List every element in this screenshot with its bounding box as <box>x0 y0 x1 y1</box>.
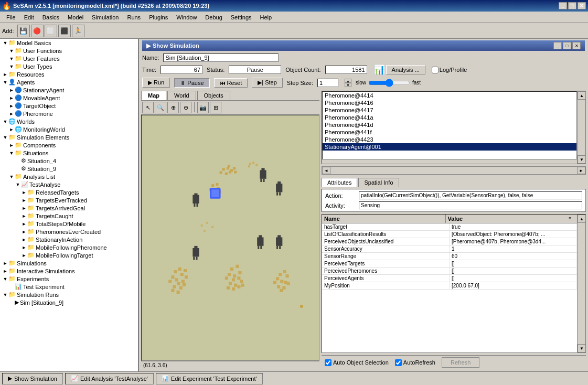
tree-pheromone[interactable]: ► 🔵 Pheromone <box>0 110 138 117</box>
expand-components[interactable]: ► <box>8 142 15 148</box>
tab-spatial-info[interactable]: Spatial Info <box>358 178 399 187</box>
tree-analysis-list[interactable]: ▼ 📁 Analysis List <box>0 173 138 180</box>
refresh-button[interactable]: Refresh <box>442 357 480 368</box>
analysis-button[interactable]: Analysis ... <box>386 65 425 74</box>
status-edit-experiment[interactable]: 📊 Edit Experiment 'Test Experiment' <box>156 373 263 384</box>
menu-simulation[interactable]: Simulation <box>88 13 123 22</box>
obj-scroll-down[interactable]: ▼ <box>578 155 586 164</box>
expand-analysis-list[interactable]: ▼ <box>8 174 15 180</box>
tree-sim-situation-9[interactable]: ▶ Sim [Situation_9] <box>0 298 138 306</box>
expand-movable-agent[interactable]: ► <box>8 95 15 101</box>
tree-worlds[interactable]: ▼ 🌐 Worlds <box>0 117 138 125</box>
toolbar-btn-2[interactable]: 🔴 <box>31 25 44 37</box>
obj-pheromone-4414[interactable]: Pheromone@4414 <box>323 92 576 99</box>
menu-plugins[interactable]: Plugins <box>145 13 172 22</box>
tab-map[interactable]: Map <box>141 91 166 100</box>
expand-user-functions[interactable]: ▼ <box>8 48 15 54</box>
auto-refresh-checkbox[interactable] <box>395 359 402 366</box>
step-size-input[interactable] <box>317 79 338 87</box>
tree-targets-arrived[interactable]: ► 📁 TargetsArrivedGoal <box>0 204 138 212</box>
attr-scrollbar[interactable]: ▲ ▼ <box>577 215 585 352</box>
expand-resources[interactable]: ► <box>2 71 8 78</box>
auto-object-selection-checkbox[interactable] <box>325 359 332 366</box>
expand-total-steps[interactable]: ► <box>21 221 27 227</box>
name-input[interactable] <box>163 54 279 62</box>
attr-row-has-target[interactable]: hasTarget true <box>322 223 577 231</box>
expand-agents[interactable]: ▼ <box>2 79 8 85</box>
expand-model-basics[interactable]: ▼ <box>2 40 8 46</box>
tab-objects[interactable]: Objects <box>197 91 230 100</box>
attr-row-perceived-pheromones[interactable]: PerceivedPheromones [] <box>322 268 577 275</box>
tree-interactive-simulations[interactable]: ► 📁 Interactive Simulations <box>0 267 138 275</box>
sim-panel-restore[interactable]: □ <box>563 42 571 49</box>
attr-scroll-up[interactable]: ▲ <box>578 215 586 223</box>
map-tool-zoom-in[interactable]: ⊕ <box>167 102 179 113</box>
attr-row-my-position[interactable]: MyPosition [200.0 67.0] <box>322 282 577 290</box>
tree-pheromones-created[interactable]: ► 📁 PheromonesEverCreated <box>0 228 138 236</box>
toolbar-btn-3[interactable]: ⬜ <box>45 25 57 37</box>
tree-test-analyse[interactable]: ▼ 📈 TestAnalyse <box>0 180 138 188</box>
tree-model-basics[interactable]: ▼ 📁 Model Basics <box>0 39 138 47</box>
tree-targets-tracked[interactable]: ► 📁 TargetsEverTracked <box>0 196 138 204</box>
tree-resources[interactable]: ► 📁 Resources <box>0 70 138 78</box>
menu-basics[interactable]: Basics <box>38 13 63 22</box>
tree-components[interactable]: ► 📁 Components <box>0 141 138 149</box>
expand-targets-caught[interactable]: ► <box>21 213 27 219</box>
tree-simulation-elements[interactable]: ▼ 📁 Simulation Elements <box>0 133 138 141</box>
map-tool-zoom-out[interactable]: ⊖ <box>180 102 191 113</box>
status-show-simulation[interactable]: ▶ Show Simulation <box>2 373 63 384</box>
obj-pheromone-441f[interactable]: Pheromone@441f <box>323 129 576 136</box>
expand-pheromone[interactable]: ► <box>8 111 15 117</box>
expand-mobile-target[interactable]: ► <box>21 252 27 259</box>
tree-total-steps[interactable]: ► 📁 TotalStepsOfMobile <box>0 220 138 228</box>
attr-row-perceived-targets[interactable]: PerceivedTargets [] <box>322 260 577 268</box>
menu-help[interactable]: Help <box>256 13 276 22</box>
obj-scroll-up[interactable]: ▲ <box>578 91 586 100</box>
menu-settings[interactable]: Settings <box>227 13 256 22</box>
tree-situations[interactable]: ▼ 📁 Situations <box>0 149 138 157</box>
expand-targets-tracked[interactable]: ► <box>21 197 27 204</box>
tree-user-features[interactable]: ▼ 📁 User Features <box>0 55 138 62</box>
show-simulation-tab[interactable]: ▶ Show Simulation _ □ ✕ <box>142 40 585 51</box>
toolbar-btn-1[interactable]: 💾 <box>17 25 30 37</box>
tab-attributes[interactable]: Attributes <box>322 178 357 187</box>
menu-debug[interactable]: Debug <box>201 13 226 22</box>
sim-panel-minimize[interactable]: _ <box>553 42 562 49</box>
expand-interactive-sims[interactable]: ► <box>2 268 8 274</box>
tree-simulations[interactable]: ► 📁 Simulations <box>0 259 138 267</box>
sim-panel-close[interactable]: ✕ <box>572 42 581 49</box>
tree-target-object[interactable]: ► 🔵 TargetObject <box>0 102 138 110</box>
tree-simulation-runs[interactable]: ▼ 📁 Simulation Runs <box>0 291 138 298</box>
step-up-button[interactable]: ▲ <box>345 79 351 83</box>
pause-button[interactable]: ⏸ Pause <box>174 78 209 88</box>
map-tool-grid[interactable]: ⊞ <box>210 102 221 113</box>
obj-pheromone-4417[interactable]: Pheromone@4417 <box>323 106 576 114</box>
tree-stationary-in-action[interactable]: ► 📁 StationaryInAction <box>0 236 138 243</box>
menu-edit[interactable]: Edit <box>20 13 38 22</box>
menu-file[interactable]: File <box>2 13 20 22</box>
tree-released-targets[interactable]: ► 📁 ReleasedTargets <box>0 188 138 196</box>
obj-stationary-agent-001[interactable]: StationaryAgent@001 <box>323 143 576 151</box>
expand-user-types[interactable]: ▼ <box>8 63 15 70</box>
log-profile-checkbox[interactable] <box>432 67 439 73</box>
expand-target-object[interactable]: ► <box>8 103 15 109</box>
toolbar-btn-4[interactable]: ⬛ <box>58 25 71 37</box>
expand-situations[interactable]: ▼ <box>8 150 15 156</box>
tree-movable-agent[interactable]: ► 🔵 MovableAgent <box>0 94 138 102</box>
tree-test-experiment[interactable]: 📊 Test Experiment <box>0 283 138 291</box>
expand-simulation-runs[interactable]: ▼ <box>2 292 8 298</box>
attr-row-perceived-agents[interactable]: PerceivedAgents [] <box>322 275 577 282</box>
obj-pheromone-4416[interactable]: Pheromone@4416 <box>323 99 576 106</box>
expand-mobile-pheromone[interactable]: ► <box>21 244 27 251</box>
tree-agents[interactable]: ▼ 👤 Agents <box>0 78 138 86</box>
menu-window[interactable]: Window <box>172 13 201 22</box>
minimize-button[interactable]: _ <box>559 2 567 9</box>
tree-stationary-agent[interactable]: ► 🔵 StationaryAgent <box>0 86 138 94</box>
speed-slider[interactable] <box>368 79 410 87</box>
tree-situation-9[interactable]: ⚙ Situation_9 <box>0 165 138 173</box>
map-canvas[interactable] <box>141 115 319 361</box>
attr-row-sensor-range[interactable]: SensorRange 60 <box>322 253 577 260</box>
tree-targets-caught[interactable]: ► 📁 TargetsCaught <box>0 212 138 220</box>
step-button[interactable]: ▶| Step <box>252 78 283 88</box>
expand-experiments[interactable]: ▼ <box>2 276 8 282</box>
